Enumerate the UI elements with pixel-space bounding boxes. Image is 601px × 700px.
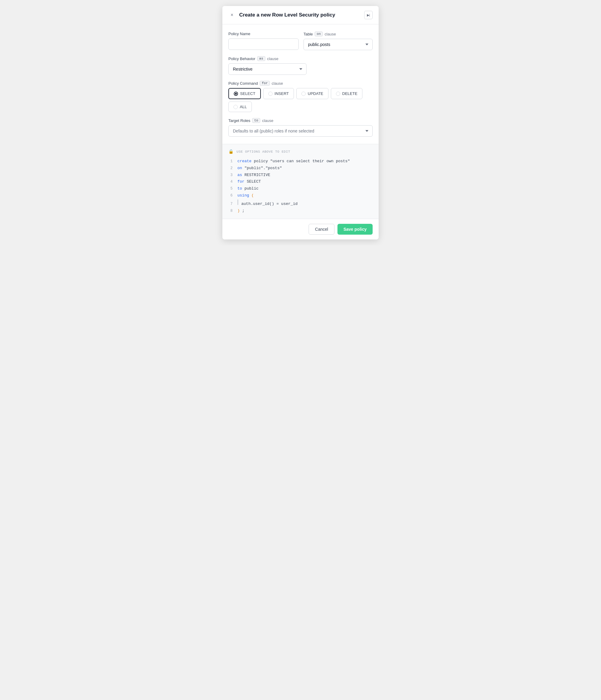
- kw-using-paren: (: [252, 193, 254, 198]
- line-number-6: 6: [228, 194, 232, 198]
- kw-on: on: [237, 166, 242, 170]
- policy-table-row: Policy Name users can select their own p…: [228, 31, 373, 50]
- command-delete-label: DELETE: [342, 91, 358, 96]
- code-line-7: 7 auth.user_id() = user_id: [228, 199, 373, 207]
- behavior-as-badge: as: [257, 56, 265, 61]
- modal-container: × Create a new Row Level Security policy…: [222, 6, 379, 240]
- cancel-button[interactable]: Cancel: [309, 224, 334, 235]
- kw-for: for: [237, 179, 244, 184]
- lock-icon: 🔒: [228, 149, 233, 154]
- command-clause-text: clause: [272, 81, 283, 85]
- policy-name-label-row: Policy Name: [228, 31, 299, 36]
- code-line-6: 6 using (: [228, 193, 373, 199]
- kw-to-text: public: [244, 186, 258, 191]
- target-roles-select-wrapper: Defaults to all (public) roles if none s…: [228, 125, 373, 137]
- kw-semicolon: ;: [242, 208, 245, 213]
- modal-header: × Create a new Row Level Security policy…: [222, 6, 379, 24]
- all-radio-circle: [233, 105, 238, 109]
- command-group: Policy Command for clause SELECT INSERT …: [228, 81, 373, 112]
- behavior-select[interactable]: Permissive Restrictive: [228, 64, 306, 75]
- line-content-8: ) ;: [237, 208, 244, 214]
- table-label: Table: [303, 32, 313, 36]
- table-label-row: Table on clause: [303, 31, 373, 36]
- kw-policy-text: policy "users can select their own posts…: [254, 159, 350, 164]
- save-policy-button[interactable]: Save policy: [337, 224, 373, 235]
- target-roles-label: Target Roles: [228, 118, 250, 123]
- line-number-3: 3: [228, 173, 232, 177]
- behavior-label-row: Policy Behavior as clause: [228, 56, 373, 61]
- header-left: × Create a new Row Level Security policy: [228, 11, 335, 19]
- line-content-1: create policy "users can select their ow…: [237, 158, 350, 165]
- kw-for-text: SELECT: [247, 179, 261, 184]
- policy-name-label: Policy Name: [228, 31, 250, 36]
- code-line-2: 2 on "public"."posts": [228, 165, 373, 172]
- command-for-badge: for: [260, 81, 270, 85]
- command-label: Policy Command: [228, 81, 258, 85]
- line-content-4: for SELECT: [237, 179, 261, 185]
- kw-as: as: [237, 173, 242, 177]
- target-roles-clause-text: clause: [262, 118, 273, 123]
- line-number-7: 7: [228, 202, 232, 206]
- behavior-group: Policy Behavior as clause Permissive Res…: [228, 56, 373, 75]
- command-label-row: Policy Command for clause: [228, 81, 373, 85]
- line-content-2: on "public"."posts": [237, 165, 282, 172]
- target-roles-to-badge: to: [252, 118, 260, 123]
- modal-body: Policy Name users can select their own p…: [222, 24, 379, 144]
- line-content-7: auth.user_id() = user_id: [237, 199, 298, 207]
- code-line-5: 5 to public: [228, 186, 373, 192]
- command-all-btn[interactable]: ALL: [228, 102, 252, 112]
- table-clause-text: clause: [325, 32, 336, 36]
- policy-name-input[interactable]: users can select their own posts: [228, 39, 299, 50]
- code-auth-expr: auth.user_id() = user_id: [241, 201, 298, 207]
- line-content-6: using (: [237, 193, 254, 199]
- sidebar-toggle-icon: ▶|: [367, 13, 370, 17]
- kw-create: create: [237, 159, 252, 164]
- command-all-label: ALL: [240, 104, 247, 109]
- modal-title: Create a new Row Level Security policy: [239, 12, 335, 18]
- command-update-label: UPDATE: [308, 91, 323, 96]
- behavior-label: Policy Behavior: [228, 56, 255, 61]
- command-select-label: SELECT: [240, 91, 255, 96]
- table-group: Table on clause public.posts: [303, 31, 373, 50]
- table-select-wrapper: public.posts: [303, 39, 373, 50]
- line-number-5: 5: [228, 186, 232, 191]
- insert-radio-circle: [268, 92, 273, 96]
- kw-to: to: [237, 186, 242, 191]
- target-roles-group: Target Roles to clause Defaults to all (…: [228, 118, 373, 137]
- code-header: 🔒 USE OPTIONS ABOVE TO EDIT: [228, 149, 373, 154]
- code-line-4: 4 for SELECT: [228, 179, 373, 185]
- table-on-badge: on: [315, 31, 323, 36]
- line-number-8: 8: [228, 209, 232, 213]
- command-insert-label: INSERT: [275, 91, 289, 96]
- kw-as-text: RESTRICTIVE: [244, 173, 270, 177]
- delete-radio-circle: [336, 92, 340, 96]
- code-line-3: 3 as RESTRICTIVE: [228, 172, 373, 178]
- code-hint: USE OPTIONS ABOVE TO EDIT: [236, 150, 290, 153]
- sidebar-toggle-button[interactable]: ▶|: [364, 11, 373, 19]
- code-line-8: 8 ) ;: [228, 208, 373, 214]
- select-radio-circle: [234, 92, 238, 96]
- target-roles-select[interactable]: Defaults to all (public) roles if none s…: [228, 125, 373, 137]
- code-lines: 1 create policy "users can select their …: [228, 158, 373, 214]
- behavior-clause-text: clause: [267, 56, 279, 61]
- update-radio-circle: [301, 92, 306, 96]
- table-select[interactable]: public.posts: [303, 39, 373, 50]
- line-number-4: 4: [228, 180, 232, 184]
- kw-close-paren: ): [237, 208, 240, 213]
- command-delete-btn[interactable]: DELETE: [331, 88, 363, 99]
- close-button[interactable]: ×: [228, 11, 235, 19]
- line-content-3: as RESTRICTIVE: [237, 172, 270, 178]
- behavior-select-wrapper: Permissive Restrictive: [228, 64, 306, 75]
- command-update-btn[interactable]: UPDATE: [296, 88, 328, 99]
- code-section: 🔒 USE OPTIONS ABOVE TO EDIT 1 create pol…: [222, 144, 379, 219]
- code-line-1: 1 create policy "users can select their …: [228, 158, 373, 165]
- command-select-btn[interactable]: SELECT: [228, 88, 261, 99]
- kw-on-text: "public"."posts": [244, 166, 282, 170]
- line-content-5: to public: [237, 186, 258, 192]
- policy-name-group: Policy Name users can select their own p…: [228, 31, 299, 50]
- line-number-2: 2: [228, 166, 232, 170]
- line-number-1: 1: [228, 159, 232, 164]
- command-radio-group: SELECT INSERT UPDATE DELETE ALL: [228, 88, 373, 112]
- command-insert-btn[interactable]: INSERT: [263, 88, 294, 99]
- kw-using: using: [237, 193, 249, 198]
